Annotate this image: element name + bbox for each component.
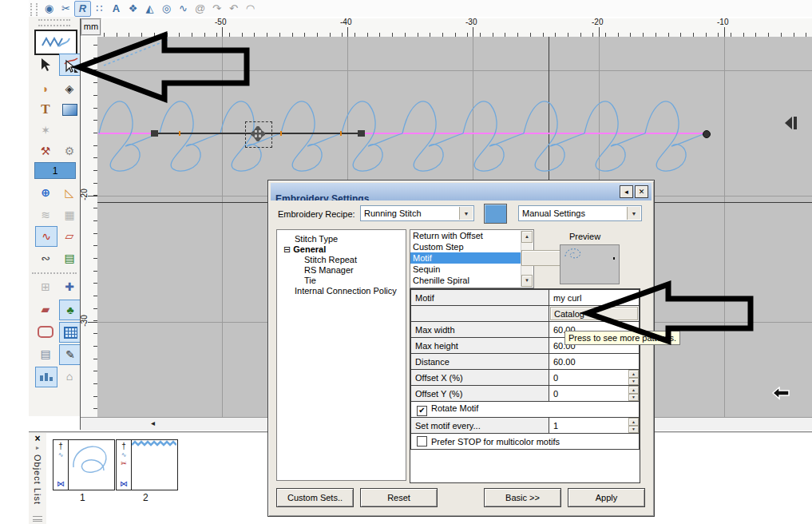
select-tool[interactable] xyxy=(35,55,56,74)
object-list-close-icon[interactable]: × xyxy=(34,433,40,444)
tree-view-toggle[interactable]: ♣ xyxy=(59,300,81,320)
tree-item-rs-manager[interactable]: RS Manager xyxy=(277,265,406,276)
move-center-tool[interactable]: ✚ xyxy=(59,277,80,296)
panel-toggle[interactable]: ▤ xyxy=(35,344,56,363)
text-tool[interactable]: T xyxy=(35,100,56,119)
offset-x-spinner[interactable]: ▲▼ xyxy=(628,370,639,385)
recipe-combobox[interactable]: Running Stitch ▼ xyxy=(360,205,474,221)
catalog-button[interactable]: Catalog xyxy=(550,307,638,320)
spool-icon[interactable]: ◉ xyxy=(41,1,57,17)
fan-stitch-icon[interactable]: ❖ xyxy=(125,1,141,17)
reset-button[interactable]: Reset xyxy=(360,488,438,507)
ruler-label: -20 xyxy=(592,18,603,26)
scroll-down-arrow[interactable]: ▼ xyxy=(521,275,533,287)
measure-tool[interactable]: ◺ xyxy=(59,183,80,202)
apply-button[interactable]: Apply xyxy=(568,488,645,507)
chevron-down-icon[interactable]: ▼ xyxy=(632,293,637,299)
scroll-up-arrow[interactable]: ▲ xyxy=(521,231,533,243)
trim-stitch-icon[interactable]: ✂ xyxy=(57,1,74,17)
frame-select-tool[interactable]: ⊞ xyxy=(35,277,56,296)
stitch-play-tool[interactable]: ≋ xyxy=(35,205,56,224)
zoom-tool[interactable]: ⊕ xyxy=(35,183,56,202)
motif-properties-table: Motif my curl ▼ Catalog Max width 60.00 … xyxy=(410,288,640,483)
eraser-tool[interactable]: ▰ xyxy=(35,300,56,319)
redo-icon[interactable]: ↷ xyxy=(208,1,225,17)
set-motif-every-field[interactable]: 1 ▲▼ xyxy=(549,418,640,434)
object-list-grip[interactable] xyxy=(33,516,42,522)
custom-sets-button[interactable]: Custom Sets.. xyxy=(276,488,354,507)
stitch-dots-tool[interactable]: ∾ xyxy=(35,248,56,268)
list-item[interactable]: Chenille Spiral xyxy=(410,275,533,286)
offset-y-spinner[interactable]: ▲▼ xyxy=(628,386,639,401)
tree-item-stitch-repeat[interactable]: Stitch Repeat xyxy=(277,255,406,265)
undo-icon[interactable]: ↶ xyxy=(225,1,242,17)
list-scrollbar[interactable]: ▲ ▼ xyxy=(521,231,533,287)
distance-field[interactable]: 60.00 xyxy=(549,354,640,370)
offset-x-field[interactable]: 0 ▲▼ xyxy=(549,370,640,386)
settings-gears-tool[interactable]: ⚙ xyxy=(59,141,80,161)
left-toolbar-grip[interactable] xyxy=(38,19,70,26)
machine-tool[interactable]: ⌂ xyxy=(59,367,80,386)
offset-y-field[interactable]: 0 ▲▼ xyxy=(549,386,640,402)
dialog-titlebar[interactable]: Embroidery Settings xyxy=(271,183,652,200)
list-item[interactable]: Return with Offset xyxy=(410,230,533,241)
slideshow-tool[interactable]: ▤ xyxy=(59,248,80,268)
hammer-tool[interactable]: ⚒ xyxy=(35,141,56,161)
tree-item-stitch-type[interactable]: Stitch Type xyxy=(277,234,406,244)
edit-mode-toggle[interactable]: ✎ xyxy=(59,344,81,365)
lettering-icon[interactable]: A xyxy=(108,1,125,17)
shape-fill-tool[interactable] xyxy=(59,100,80,119)
stitch-mode-button[interactable] xyxy=(34,30,77,55)
prefer-stop-checkbox-row[interactable]: Prefer STOP for multicolor motifs xyxy=(411,434,640,450)
pan-left-marker-icon[interactable] xyxy=(784,117,798,130)
hoop-toggle[interactable] xyxy=(35,322,56,341)
scroll-left-arrow[interactable]: ◂ xyxy=(151,419,155,427)
list-item-selected[interactable]: Motif xyxy=(410,252,533,264)
path-end-marker[interactable] xyxy=(703,130,711,138)
ruler-unit-button[interactable]: mm xyxy=(81,18,101,36)
stitch-view-tool[interactable]: ∿ xyxy=(35,226,57,247)
chevron-down-icon[interactable]: ▼ xyxy=(627,207,640,220)
spiral-icon[interactable]: @ xyxy=(192,1,208,17)
settings-mode-combobox[interactable]: Manual Settings ▼ xyxy=(518,205,642,221)
object-item-1[interactable]: † ∿ ⋈ xyxy=(53,439,115,490)
prefer-stop-checkbox[interactable] xyxy=(417,436,427,447)
bars-toggle[interactable] xyxy=(35,367,57,387)
freehand-curve-tool-icon[interactable]: R xyxy=(74,1,91,17)
lasso-tool[interactable]: ◗ xyxy=(35,79,56,98)
list-item[interactable]: Custom Step xyxy=(410,241,533,252)
motif-value-cell[interactable]: my curl ▼ xyxy=(549,290,640,306)
list-item[interactable]: Sequin xyxy=(410,264,533,275)
needle-icon: † xyxy=(58,442,63,451)
toolbar-grip[interactable] xyxy=(30,3,38,16)
node-polygon-tool[interactable]: ◈ xyxy=(59,79,80,98)
basic-button[interactable]: Basic >> xyxy=(484,488,561,507)
stitch-plane-tool[interactable]: ▱ xyxy=(59,226,80,245)
segment-handle-start[interactable] xyxy=(151,130,158,137)
arc-icon[interactable]: ◠ xyxy=(242,1,259,17)
chevron-down-icon[interactable]: ▼ xyxy=(459,207,473,220)
applique-icon[interactable]: ◭ xyxy=(141,1,158,17)
dialog-roll-button[interactable]: ◂ xyxy=(620,185,633,198)
dialog-close-button[interactable]: ✕ xyxy=(635,185,648,198)
thread-color-swatch[interactable] xyxy=(484,204,507,224)
eye-view-icon[interactable]: ◎ xyxy=(158,1,175,17)
stitch-cart-tool[interactable]: ▦ xyxy=(59,205,80,224)
color-1-button[interactable]: 1 xyxy=(34,162,76,179)
chain-stitch-icon[interactable]: ∿ xyxy=(175,1,192,17)
grid-toggle[interactable] xyxy=(59,322,81,343)
object-list-expand-icon[interactable]: ▸ xyxy=(36,444,39,451)
tree-expander-icon[interactable]: ⊟ xyxy=(283,244,291,254)
bow-icon: ⋈ xyxy=(57,479,65,488)
row-label: Set motif every... xyxy=(411,418,549,434)
scatter-stitch-icon[interactable]: ∷ xyxy=(91,1,108,17)
segment-handle-end[interactable] xyxy=(358,130,365,137)
magic-wand-tool[interactable]: ✶ xyxy=(35,121,56,140)
tree-item-general[interactable]: ⊟ General xyxy=(277,244,406,255)
tree-item-internal-connection-policy[interactable]: Internal Connection Policy xyxy=(277,286,406,296)
set-motif-spinner[interactable]: ▲▼ xyxy=(628,418,639,433)
rotate-motif-checkbox[interactable]: ✔ xyxy=(417,406,427,416)
object-item-2[interactable]: † ∿ ✂ ⋈ xyxy=(116,439,178,490)
rotate-motif-checkbox-row[interactable]: ✔Rotate Motif xyxy=(411,402,640,418)
tree-item-tie[interactable]: Tie xyxy=(277,276,406,286)
